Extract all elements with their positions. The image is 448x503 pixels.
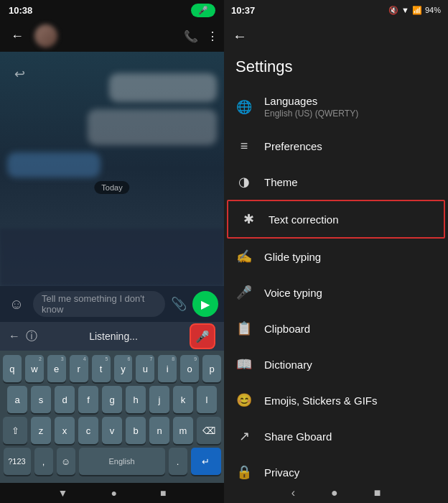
voice-typing-icon: 🎤	[235, 285, 253, 300]
settings-item-theme[interactable]: ◑ Theme	[224, 164, 448, 200]
emoji-button[interactable]: ☺	[6, 296, 27, 313]
mic-active-icon: 🎤	[198, 6, 208, 15]
send-icon: ▶	[201, 297, 210, 311]
right-panel: 10:37 🔇 ▼ 📶 94% ← Settings 🌐 Languages E…	[224, 0, 448, 503]
keyboard-info-button[interactable]: ⓘ	[26, 329, 37, 344]
settings-item-glide-typing[interactable]: ✍ Glide typing	[224, 239, 448, 274]
key-x[interactable]: x	[55, 417, 75, 444]
key-enter[interactable]: ↵	[191, 448, 221, 475]
mic-active-indicator: 🎤	[191, 4, 215, 17]
preferences-text: Preferences	[264, 140, 437, 152]
key-n[interactable]: n	[149, 417, 169, 444]
back-button-left[interactable]: ←	[6, 29, 29, 44]
key-s[interactable]: s	[31, 386, 51, 413]
key-q[interactable]: q	[3, 355, 22, 382]
reply-icon: ↩	[14, 66, 25, 82]
share-gboard-icon: ↗	[235, 428, 253, 444]
call-icon[interactable]: 📞	[184, 29, 198, 43]
key-u[interactable]: u7	[136, 355, 154, 382]
settings-item-emojis[interactable]: 😊 Emojis, Stickers & GIFs	[224, 382, 448, 418]
chat-content: ↩ Today	[0, 52, 224, 286]
emojis-text: Emojis, Stickers & GIFs	[264, 394, 437, 407]
nav-back-button[interactable]: ▼	[58, 487, 68, 499]
key-f[interactable]: f	[78, 386, 98, 413]
key-m[interactable]: m	[173, 417, 193, 444]
clipboard-text: Clipboard	[264, 323, 437, 335]
key-y[interactable]: y6	[114, 355, 133, 382]
key-d[interactable]: d	[55, 386, 75, 413]
key-c[interactable]: c	[78, 417, 98, 444]
left-nav-bar: ▼ ● ■	[0, 483, 224, 503]
settings-item-preferences[interactable]: ≡ Preferences	[224, 129, 448, 164]
keyboard-back-button[interactable]: ←	[9, 330, 20, 343]
key-t[interactable]: t5	[92, 355, 111, 382]
left-status-bar: 10:38 🎤	[0, 0, 224, 20]
key-j[interactable]: j	[149, 386, 169, 413]
key-o[interactable]: o9	[180, 355, 199, 382]
key-k[interactable]: k	[173, 386, 193, 413]
key-r[interactable]: r4	[70, 355, 88, 382]
key-delete[interactable]: ⌫	[197, 417, 221, 444]
key-h[interactable]: h	[126, 386, 146, 413]
chat-bottom-blur	[0, 229, 224, 286]
key-period[interactable]: .	[169, 448, 187, 475]
languages-subtitle: English (US) (QWERTY)	[264, 109, 437, 119]
signal-icon: 📶	[412, 6, 422, 15]
keyboard-row-4: ?123 , ☺ English . ↵	[3, 448, 221, 475]
key-comma[interactable]: ,	[34, 448, 53, 475]
send-button[interactable]: ▶	[192, 291, 218, 317]
key-g[interactable]: g	[102, 386, 122, 413]
contact-avatar	[34, 24, 57, 47]
key-v[interactable]: v	[102, 417, 122, 444]
voice-typing-title: Voice typing	[264, 287, 437, 299]
theme-icon: ◑	[235, 174, 253, 190]
settings-item-privacy[interactable]: 🔒 Privacy	[224, 454, 448, 483]
settings-title: Settings	[224, 52, 448, 85]
right-nav-back[interactable]: ‹	[291, 486, 295, 499]
toolbar-icons: 📞 ⋮	[184, 29, 218, 43]
settings-item-clipboard[interactable]: 📋 Clipboard	[224, 310, 448, 346]
right-status-bar: 10:37 🔇 ▼ 📶 94%	[224, 0, 448, 20]
key-numbers[interactable]: ?123	[4, 448, 31, 475]
key-z[interactable]: z	[31, 417, 51, 444]
more-options-icon[interactable]: ⋮	[207, 29, 218, 43]
dictionary-icon: 📖	[235, 356, 253, 372]
key-i[interactable]: i8	[158, 355, 177, 382]
privacy-icon: 🔒	[235, 464, 253, 480]
key-shift[interactable]: ⇧	[3, 417, 27, 444]
attachment-button[interactable]: 📎	[171, 296, 187, 312]
wifi-icon: ▼	[401, 6, 409, 14]
privacy-text: Privacy	[264, 466, 437, 479]
theme-text: Theme	[264, 176, 437, 188]
settings-item-dictionary[interactable]: 📖 Dictionary	[224, 346, 448, 382]
text-correction-icon: ✱	[240, 211, 257, 227]
settings-item-text-correction[interactable]: ✱ Text correction	[227, 200, 445, 239]
privacy-title: Privacy	[264, 466, 437, 479]
key-space[interactable]: English	[79, 448, 165, 475]
settings-item-languages[interactable]: 🌐 Languages English (US) (QWERTY)	[224, 85, 448, 129]
right-nav-home[interactable]: ●	[331, 486, 338, 499]
mic-stop-button[interactable]: 🎤	[190, 323, 215, 349]
settings-item-share-gboard[interactable]: ↗ Share Gboard	[224, 418, 448, 454]
languages-title: Languages	[264, 95, 437, 107]
right-nav-recents[interactable]: ■	[374, 486, 381, 499]
keyboard-row-3: ⇧ z x c v b n m ⌫	[3, 417, 221, 444]
key-a[interactable]: a	[7, 386, 27, 413]
key-l[interactable]: l	[197, 386, 217, 413]
voice-typing-text: Voice typing	[264, 287, 437, 299]
nav-home-button[interactable]: ●	[111, 487, 116, 499]
key-e[interactable]: e3	[47, 355, 66, 382]
key-b[interactable]: b	[126, 417, 146, 444]
message-input[interactable]: Tell me something I don't know	[33, 291, 165, 317]
key-emoji[interactable]: ☺	[57, 448, 75, 475]
settings-back-button[interactable]: ←	[233, 28, 247, 45]
chat-bubble-2	[88, 109, 217, 145]
key-w[interactable]: w2	[25, 355, 44, 382]
key-p[interactable]: p	[202, 355, 221, 382]
glide-typing-text: Glide typing	[264, 251, 437, 263]
clipboard-icon: 📋	[235, 320, 253, 336]
emojis-title: Emojis, Stickers & GIFs	[264, 394, 437, 407]
settings-item-voice-typing[interactable]: 🎤 Voice typing	[224, 274, 448, 310]
glide-typing-title: Glide typing	[264, 251, 437, 263]
nav-recents-button[interactable]: ■	[160, 487, 166, 499]
